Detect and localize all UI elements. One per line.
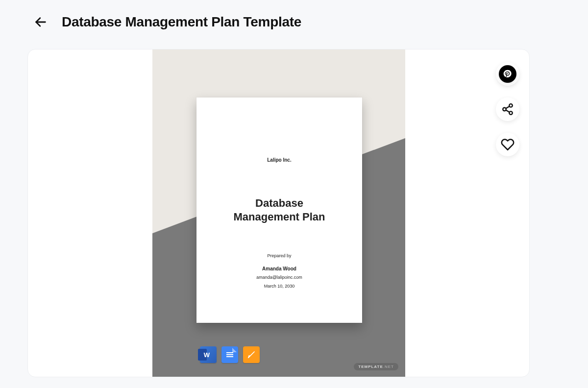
format-google-docs-icon[interactable] [221, 346, 238, 363]
pen-icon [247, 350, 256, 359]
prepared-by-label: Prepared by [196, 253, 362, 258]
template-preview[interactable]: Lalipo Inc. Database Management Plan Pre… [152, 49, 405, 377]
document-title: Database Management Plan [196, 196, 362, 223]
watermark-badge: TEMPLATE.NET [354, 363, 398, 370]
watermark-suffix: .NET [383, 364, 394, 369]
format-apple-pages-icon[interactable] [243, 346, 260, 363]
page-title: Database Management Plan Template [62, 14, 301, 30]
prepared-by-name: Amanda Wood [196, 266, 362, 271]
svg-line-4 [506, 106, 509, 108]
back-button[interactable] [32, 14, 49, 30]
document-content: Lalipo Inc. Database Management Plan Pre… [196, 97, 362, 323]
format-word-icon[interactable]: W [200, 346, 217, 363]
share-button[interactable] [496, 97, 519, 121]
share-icon [501, 103, 514, 116]
pinterest-glyph-icon [503, 69, 513, 79]
arrow-left-icon [34, 15, 48, 29]
svg-point-1 [509, 104, 513, 107]
prepared-by-date: March 10, 2030 [196, 284, 362, 289]
document-title-line2: Management Plan [233, 211, 325, 223]
action-buttons [496, 62, 519, 156]
gdoc-lines-icon [226, 352, 233, 357]
svg-point-2 [503, 108, 506, 111]
document-company: Lalipo Inc. [196, 157, 362, 163]
format-icons: W [200, 346, 260, 363]
page-root: Database Management Plan Template Lalipo… [0, 0, 588, 388]
template-card: Lalipo Inc. Database Management Plan Pre… [27, 49, 530, 377]
document-page: Lalipo Inc. Database Management Plan Pre… [196, 97, 362, 323]
svg-point-3 [509, 111, 513, 115]
document-title-line1: Database [255, 197, 303, 209]
heart-icon [501, 138, 514, 151]
pinterest-button[interactable] [496, 62, 519, 86]
pinterest-icon [499, 65, 516, 83]
svg-line-5 [506, 110, 509, 112]
watermark-brand: TEMPLATE [358, 364, 383, 369]
prepared-by-email: amanda@lalipoinc.com [196, 275, 362, 280]
page-header: Database Management Plan Template [0, 0, 588, 30]
favorite-button[interactable] [496, 133, 519, 156]
